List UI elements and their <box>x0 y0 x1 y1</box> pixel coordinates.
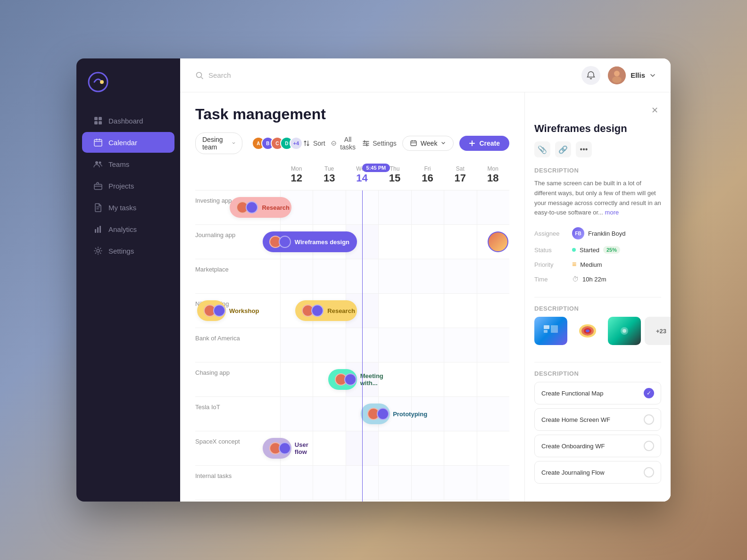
check-label-c2: Create Home Screen WF <box>541 416 610 423</box>
team-avatars: A B C D +4 <box>252 137 303 150</box>
cal-cell-5-6 <box>477 362 509 396</box>
task-pill-user-flow[interactable]: User flow <box>263 438 291 459</box>
check-circle-c4[interactable] <box>644 467 654 478</box>
pill-avatars <box>204 305 225 317</box>
description-section-label: Description <box>534 167 661 174</box>
search-icon <box>195 71 204 80</box>
task-pill-workshop[interactable]: Workshop <box>197 300 226 321</box>
sliders-icon <box>362 140 370 147</box>
create-label: Create <box>479 140 500 147</box>
link-button[interactable]: 🔗 <box>555 141 571 157</box>
svg-point-28 <box>586 329 589 332</box>
week-label: Week <box>421 140 438 147</box>
svg-rect-7 <box>96 139 97 140</box>
sidebar-item-calendar[interactable]: Calendar <box>82 132 174 153</box>
task-pill-wireframes[interactable]: Wireframes design <box>263 231 357 252</box>
team-selector[interactable]: Desing team <box>195 132 242 154</box>
create-button[interactable]: Create <box>459 136 509 151</box>
svg-rect-11 <box>94 184 102 189</box>
row-label-5: Chasing app <box>195 362 280 396</box>
sidebar-item-my-tasks[interactable]: My tasks <box>82 197 174 218</box>
pill-avatar <box>344 373 357 386</box>
task-pill-label: Research <box>327 307 355 314</box>
cal-day-15: Thu 15 <box>378 164 411 186</box>
calendar-settings-button[interactable]: Settings <box>362 140 397 147</box>
check-circle-c2[interactable] <box>644 414 654 425</box>
cal-cell-8-3 <box>378 466 411 500</box>
svg-rect-12 <box>95 229 96 233</box>
row-label-8: Internal tasks <box>195 466 280 500</box>
check-circle-c1[interactable]: ✓ <box>644 388 654 398</box>
sidebar-item-teams-label: Teams <box>108 160 129 168</box>
task-pill-research-2[interactable]: Research <box>295 300 357 321</box>
cal-cell-3-6 <box>477 294 509 328</box>
svg-rect-5 <box>99 121 102 124</box>
sidebar-item-settings[interactable]: Settings <box>82 240 174 261</box>
svg-rect-13 <box>97 227 99 233</box>
search-bar[interactable]: Search <box>195 71 231 80</box>
status-value: Started 25% <box>572 246 620 254</box>
divider-1 <box>534 297 661 297</box>
pill-avatars <box>335 373 357 386</box>
sidebar-item-analytics[interactable]: Analytics <box>82 219 174 239</box>
svg-rect-22 <box>544 325 549 329</box>
content-area: Task management Desing team A B <box>180 92 671 502</box>
checklist-item-c3[interactable]: Create Onboarding WF <box>534 435 661 457</box>
sidebar-item-teams[interactable]: Teams <box>82 154 174 174</box>
assignee-row: Assignee FB Franklin Boyd <box>534 227 661 239</box>
pill-avatars <box>236 201 258 214</box>
pill-avatar <box>311 305 324 317</box>
sort-button[interactable]: Sort <box>303 140 325 147</box>
sidebar-item-dashboard[interactable]: Dashboard <box>82 110 174 131</box>
row-label-6: Tesla IoT <box>195 397 280 431</box>
status-dot <box>572 248 576 252</box>
week-calendar-icon <box>410 140 417 147</box>
header: Search E <box>180 58 671 92</box>
attach-button[interactable]: 📎 <box>534 141 550 157</box>
all-tasks-button[interactable]: All tasks <box>331 136 357 151</box>
description-more-link[interactable]: more <box>605 209 619 216</box>
checklist: Create Functional Map ✓ Create Home Scre… <box>534 382 661 487</box>
user-area[interactable]: Ellis <box>608 66 656 84</box>
svg-point-10 <box>99 162 101 164</box>
cal-cell-0-1 <box>313 190 345 224</box>
task-pill-label: Workshop <box>229 307 259 314</box>
cal-cell-2-3 <box>378 259 411 293</box>
calendar-header: Mon 12 Tue 13 Wed 14 Thu 15 Fri 16 Sat 1… <box>195 164 509 190</box>
notification-button[interactable] <box>581 66 600 85</box>
cal-day-18: Mon 18 <box>477 164 509 186</box>
cal-row-5: Chasing appMeeting with... <box>195 362 509 397</box>
checklist-item-c4[interactable]: Create Journaling Flow <box>534 461 661 484</box>
cal-cell-2-5 <box>444 259 476 293</box>
more-button[interactable]: ••• <box>576 141 592 157</box>
cal-cell-1-5 <box>444 225 476 259</box>
panel-close-button[interactable]: ✕ <box>648 104 661 117</box>
cal-cell-0-3 <box>378 190 411 224</box>
assignee-value: FB Franklin Boyd <box>572 227 625 239</box>
cal-cell-8-5 <box>444 466 476 500</box>
checklist-item-c2[interactable]: Create Home Screen WF <box>534 408 661 431</box>
calendar-body: Investing appResearchJournaling appWiref… <box>195 190 509 502</box>
task-pill-label: User flow <box>295 441 308 455</box>
check-label-c1: Create Functional Map <box>541 390 604 397</box>
cal-cell-0-2 <box>346 190 378 224</box>
row-label-2: Marketplace <box>195 259 280 293</box>
cal-cell-4-2 <box>346 328 378 362</box>
checklist-item-c1[interactable]: Create Functional Map ✓ <box>534 382 661 404</box>
time-row: Time ⏱ 10h 22m <box>534 275 661 283</box>
cal-cell-4-4 <box>411 328 444 362</box>
pill-avatars <box>367 408 389 420</box>
task-pill-prototyping[interactable]: Prototyping <box>361 404 390 424</box>
task-pill-research-1[interactable]: Research <box>230 197 291 218</box>
assignee-avatar: FB <box>572 227 584 239</box>
week-selector[interactable]: Week <box>402 136 454 151</box>
sidebar: Dashboard Calendar Teams <box>76 58 180 502</box>
logo-area <box>76 72 180 109</box>
cal-cell-2-6 <box>477 259 509 293</box>
check-circle-c3[interactable] <box>644 441 654 451</box>
check-label-c3: Create Onboarding WF <box>541 443 605 450</box>
sidebar-item-projects[interactable]: Projects <box>82 175 174 196</box>
task-pill-meeting[interactable]: Meeting with... <box>328 369 357 390</box>
header-right: Ellis <box>581 66 656 85</box>
cal-cell-6-6 <box>477 397 509 431</box>
